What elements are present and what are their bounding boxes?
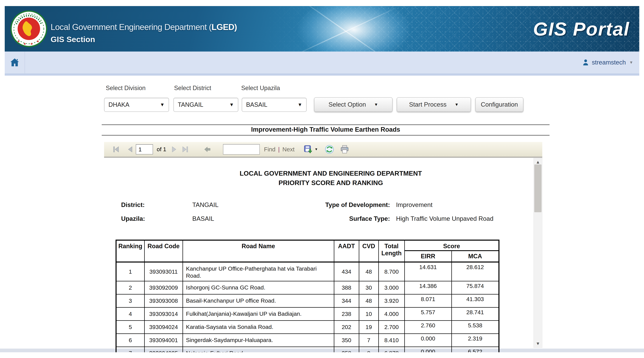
home-button[interactable]: [5, 51, 25, 73]
cell-cvd: 10: [359, 308, 378, 321]
navbar-bottom-edge: [5, 73, 639, 76]
report-viewer-toolbar: of 1 Find | Next: [104, 142, 542, 158]
svg-text:★: ★: [23, 42, 26, 46]
previous-page-icon: [127, 146, 133, 153]
cell-eirr: 2.760: [404, 321, 452, 334]
brand-titles: Local Government Engineering Department …: [50, 22, 237, 44]
cell-road-name: Fulkihat(Janjania)-Kawaljani UP via Badi…: [183, 308, 334, 321]
find-link[interactable]: Find: [264, 146, 276, 153]
col-header-aadt: AADT: [334, 240, 359, 262]
col-header-mca: MCA: [452, 251, 499, 262]
cell-road-name: Karatia-Saysata via Sonalia Road.: [183, 321, 334, 334]
priority-table-body: 1393093011Kanchanpur UP Office-Pathergha…: [116, 262, 499, 352]
col-header-ranking: Ranking: [116, 240, 144, 262]
surface-meta-label: Surface Type:: [305, 215, 390, 222]
caret-down-icon: ▼: [374, 102, 378, 107]
svg-text:★: ★: [17, 39, 20, 43]
cell-road-code: 393093014: [144, 308, 183, 321]
development-meta-label: Type of Development:: [305, 201, 390, 208]
cell-total-length: 6.878: [378, 347, 404, 353]
cell-aadt: 358: [334, 347, 359, 353]
table-row: 2393092009Ishorgonj GC-Sunna GC Road.388…: [116, 281, 499, 294]
scroll-up-icon[interactable]: ▲: [534, 160, 542, 165]
next-page-button[interactable]: [171, 142, 177, 157]
division-label: Select Division: [106, 85, 146, 92]
page-count-label: of 1: [157, 142, 166, 157]
last-page-button[interactable]: [182, 142, 189, 157]
home-icon: [9, 57, 20, 68]
next-link[interactable]: Next: [282, 146, 294, 153]
navbar-divider: [25, 51, 25, 73]
cell-ranking: 3: [116, 294, 144, 308]
district-select-value: TANGAIL: [178, 101, 203, 108]
cell-ranking: 4: [116, 308, 144, 321]
export-button[interactable]: ▼: [304, 142, 318, 157]
cell-cvd: 7: [359, 334, 378, 347]
table-row: 1393093011Kanchanpur UP Office-Pathergha…: [116, 262, 499, 281]
cell-road-code: 393094001: [144, 334, 183, 347]
cell-eirr: 14.386: [404, 281, 452, 294]
department-title-acronym: LGED): [212, 22, 237, 32]
first-page-icon: [113, 146, 120, 153]
refresh-button[interactable]: [325, 142, 334, 157]
scroll-down-icon[interactable]: ▼: [534, 341, 542, 346]
cell-road-name: Nalsonia-Fulbari Road.: [183, 347, 334, 353]
cell-total-length: 8.410: [378, 334, 404, 347]
cell-road-code: 393092009: [144, 281, 183, 294]
user-name: streamstech: [592, 59, 626, 66]
cell-cvd: 48: [359, 262, 378, 281]
col-header-score: Score: [404, 240, 499, 251]
lged-government-emblem-logo: ★ ★ ★ ★: [10, 10, 48, 47]
caret-down-icon: ▼: [629, 60, 633, 65]
start-process-button[interactable]: Start Process ▼: [397, 97, 471, 112]
svg-text:★: ★: [30, 42, 33, 46]
find-next-divider: |: [278, 146, 280, 153]
export-caret-down-icon: ▼: [314, 147, 318, 151]
configuration-label: Configuration: [481, 101, 518, 108]
cell-road-name: Ishorgonj GC-Sunna GC Road.: [183, 281, 334, 294]
toolbar-search-input[interactable]: [223, 144, 260, 155]
user-menu[interactable]: streamstech ▼: [582, 51, 633, 73]
back-arrow-icon: [204, 146, 211, 153]
table-row: 7393094025Nalsonia-Fulbari Road.35886.87…: [116, 347, 499, 353]
upazila-meta-label: Upazila:: [121, 215, 145, 222]
cell-ranking: 6: [116, 334, 144, 347]
cell-road-code: 393093008: [144, 294, 183, 308]
report-heading-line1: LOCAL GOVERNMENT AND ENGINEERING DEPARTM…: [116, 169, 546, 178]
cell-total-length: 3.000: [378, 281, 404, 294]
cell-road-name: Kanchanpur UP Office-Patherghata hat via…: [183, 262, 334, 281]
cell-cvd: 48: [359, 294, 378, 308]
district-select[interactable]: TANGAIL ▼: [174, 98, 238, 112]
caret-down-icon: ▼: [298, 102, 302, 107]
department-title-text: Local Government Engineering Department …: [50, 22, 212, 32]
district-label: Select District: [174, 85, 211, 92]
next-page-icon: [171, 146, 177, 153]
configuration-button[interactable]: Configuration: [475, 97, 524, 112]
cell-road-code: 393094025: [144, 347, 183, 353]
cell-eirr: 14.631: [404, 262, 452, 281]
select-option-label: Select Option: [328, 101, 366, 108]
upazila-select[interactable]: BASAIL ▼: [242, 98, 307, 112]
col-header-total-length: Total Length: [378, 240, 404, 262]
light-burst-decoration: [278, 6, 430, 51]
cell-mca: 2.319: [452, 334, 499, 347]
page-number-input[interactable]: [136, 144, 153, 155]
previous-page-button[interactable]: [127, 142, 133, 157]
gis-section-subtitle: GIS Section: [50, 35, 237, 44]
back-to-parent-button[interactable]: [204, 142, 211, 157]
select-option-button[interactable]: Select Option ▼: [314, 97, 392, 112]
scrollbar-thumb[interactable]: [534, 165, 542, 212]
first-page-button[interactable]: [113, 142, 120, 157]
cell-eirr: 0.000: [404, 334, 452, 347]
division-select-value: DHAKA: [108, 101, 129, 108]
cell-total-length: 8.700: [378, 262, 404, 281]
print-button[interactable]: [340, 142, 349, 157]
cell-ranking: 5: [116, 321, 144, 334]
cell-aadt: 202: [334, 321, 359, 334]
division-select[interactable]: DHAKA ▼: [104, 98, 169, 112]
cell-road-name: Basail-Kanchanpur UP office Road.: [183, 294, 334, 308]
report-vertical-scrollbar[interactable]: ▲ ▼: [534, 158, 542, 348]
start-process-label: Start Process: [409, 101, 446, 108]
cell-mca: 28.741: [452, 308, 499, 321]
caret-down-icon: ▼: [160, 102, 165, 107]
